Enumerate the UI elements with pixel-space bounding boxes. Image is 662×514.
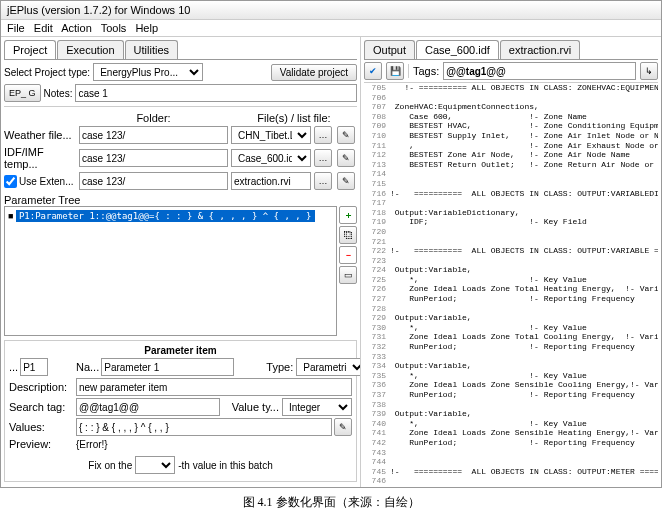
ext-browse-button[interactable]: … bbox=[314, 172, 332, 190]
ext-file-input[interactable] bbox=[231, 172, 311, 190]
code-line: 742 RunPeriod; !- Reporting Frequency bbox=[364, 438, 658, 448]
param-section-title: Parameter item bbox=[9, 345, 352, 356]
code-line: 715 bbox=[364, 179, 658, 189]
tags-input[interactable] bbox=[443, 62, 636, 80]
code-line: 740 *, !- Key Value bbox=[364, 419, 658, 429]
tab-output[interactable]: Output bbox=[364, 40, 415, 59]
code-line: 714 bbox=[364, 169, 658, 179]
param-values-label: Values: bbox=[9, 421, 73, 433]
ext-folder-input[interactable] bbox=[79, 172, 228, 190]
validate-project-button[interactable]: Validate project bbox=[271, 64, 357, 81]
param-id-label: ... bbox=[9, 361, 18, 373]
code-line: 735 *, !- Key Value bbox=[364, 371, 658, 381]
code-line: 705 !- ========== ALL OBJECTS IN CLASS: … bbox=[364, 83, 658, 93]
code-line: 723 bbox=[364, 256, 658, 266]
code-line: 721 bbox=[364, 237, 658, 247]
ext-edit-button[interactable]: ✎ bbox=[337, 172, 355, 190]
parameter-tree[interactable]: ■ P1:Parameter 1::@@tag1@@={ : : } & { ,… bbox=[4, 206, 337, 336]
code-line: 745!- ========== ALL OBJECTS IN CLASS: O… bbox=[364, 467, 658, 477]
idf-edit-button[interactable]: ✎ bbox=[337, 149, 355, 167]
ep-version-button[interactable]: EP_ G bbox=[4, 84, 41, 102]
code-line: 724 Output:Variable, bbox=[364, 265, 658, 275]
code-line: 728 bbox=[364, 304, 658, 314]
param-type-select[interactable]: Parametrics bbox=[296, 358, 361, 376]
param-desc-input[interactable] bbox=[76, 378, 352, 396]
code-line: 741 Zone Ideal Loads Zone Sensible Heati… bbox=[364, 428, 658, 438]
tab-utilities[interactable]: Utilities bbox=[125, 40, 178, 59]
menu-help[interactable]: Help bbox=[135, 22, 158, 34]
folder-header: Folder: bbox=[79, 112, 228, 124]
param-preview-value: {Error!} bbox=[76, 439, 352, 450]
param-desc-label: Description: bbox=[9, 381, 73, 393]
code-line: 743 bbox=[364, 448, 658, 458]
tree-add-button[interactable]: ＋ bbox=[339, 206, 357, 224]
tree-delete-button[interactable]: － bbox=[339, 246, 357, 264]
code-line: 709 BESTEST HVAC, !- Zone Conditioning E… bbox=[364, 121, 658, 131]
values-edit-button[interactable]: ✎ bbox=[334, 418, 352, 436]
menu-file[interactable]: File bbox=[7, 22, 25, 34]
code-line: 739 Output:Variable, bbox=[364, 409, 658, 419]
weather-file-select[interactable]: CHN_Tibet.Lha... bbox=[231, 126, 311, 144]
param-name-label: Na... bbox=[76, 361, 99, 373]
fix-select[interactable] bbox=[135, 456, 175, 474]
idf-file-select[interactable]: Case_600.idf bbox=[231, 149, 311, 167]
param-values-input[interactable] bbox=[76, 418, 332, 436]
editor-save-button[interactable]: 💾 bbox=[386, 62, 404, 80]
code-line: 720 bbox=[364, 227, 658, 237]
tags-label: Tags: bbox=[413, 65, 439, 77]
code-line: 711 , !- Zone Air Exhaust Node or NodeLi… bbox=[364, 141, 658, 151]
menu-tools[interactable]: Tools bbox=[101, 22, 127, 34]
code-line: 738 bbox=[364, 400, 658, 410]
weather-edit-button[interactable]: ✎ bbox=[337, 126, 355, 144]
menu-action[interactable]: Action bbox=[61, 22, 92, 34]
editor-save-icon[interactable]: ✔ bbox=[364, 62, 382, 80]
code-line: 729 Output:Variable, bbox=[364, 313, 658, 323]
weather-folder-input[interactable] bbox=[79, 126, 228, 144]
tree-edit-button[interactable]: ▭ bbox=[339, 266, 357, 284]
weather-label: Weather file... bbox=[4, 129, 76, 141]
weather-browse-button[interactable]: … bbox=[314, 126, 332, 144]
code-line: 746 bbox=[364, 476, 658, 484]
code-line: 733 bbox=[364, 352, 658, 362]
project-type-select[interactable]: EnergyPlus Pro... bbox=[93, 63, 203, 81]
param-vt-select[interactable]: Integer bbox=[282, 398, 352, 416]
tags-next-button[interactable]: ↳ bbox=[640, 62, 658, 80]
tree-item[interactable]: P1:Parameter 1::@@tag1@@={ : : } & { , ,… bbox=[16, 210, 315, 222]
files-header: File(s) / list file: bbox=[231, 112, 357, 124]
code-line: 732 RunPeriod; !- Reporting Frequency bbox=[364, 342, 658, 352]
fix-label-b: -th value in this batch bbox=[178, 460, 273, 471]
tab-extraction[interactable]: extraction.rvi bbox=[500, 40, 580, 59]
tab-execution[interactable]: Execution bbox=[57, 40, 123, 59]
param-type-label: Type: bbox=[237, 361, 293, 373]
ext-checkbox[interactable] bbox=[4, 175, 17, 188]
code-line: 734 Output:Variable, bbox=[364, 361, 658, 371]
code-line: 737 RunPeriod; !- Reporting Frequency bbox=[364, 390, 658, 400]
param-search-label: Search tag: bbox=[9, 401, 73, 413]
code-line: 710 BESTEST Supply Inlet, !- Zone Air In… bbox=[364, 131, 658, 141]
code-line: 736 Zone Ideal Loads Zone Sensible Cooli… bbox=[364, 380, 658, 390]
fix-label-a: Fix on the bbox=[88, 460, 132, 471]
tab-case600[interactable]: Case_600.idf bbox=[416, 40, 499, 59]
notes-input[interactable] bbox=[75, 84, 357, 102]
code-line: 726 Zone Ideal Loads Zone Total Heating … bbox=[364, 284, 658, 294]
code-line: 727 RunPeriod; !- Reporting Frequency bbox=[364, 294, 658, 304]
code-line: 717 bbox=[364, 198, 658, 208]
ext-label: Use Exten... bbox=[19, 176, 73, 187]
code-line: 731 Zone Ideal Loads Zone Total Cooling … bbox=[364, 332, 658, 342]
param-vt-label: Value ty... bbox=[223, 401, 279, 413]
window-title: jEPlus (version 1.7.2) for Windows 10 bbox=[1, 1, 661, 20]
menubar: File Edit Action Tools Help bbox=[1, 20, 661, 37]
param-preview-label: Preview: bbox=[9, 438, 73, 450]
menu-edit[interactable]: Edit bbox=[34, 22, 53, 34]
param-search-input[interactable] bbox=[76, 398, 220, 416]
idf-browse-button[interactable]: … bbox=[314, 149, 332, 167]
tree-copy-button[interactable]: ⿻ bbox=[339, 226, 357, 244]
param-name-input[interactable] bbox=[101, 358, 234, 376]
code-line: 718 Output:VariableDictionary, bbox=[364, 208, 658, 218]
idf-folder-input[interactable] bbox=[79, 149, 228, 167]
param-id-input[interactable] bbox=[20, 358, 48, 376]
code-line: 716!- ========== ALL OBJECTS IN CLASS: O… bbox=[364, 189, 658, 199]
code-line: 708 Case 600, !- Zone Name bbox=[364, 112, 658, 122]
code-editor[interactable]: 705 !- ========== ALL OBJECTS IN CLASS: … bbox=[364, 83, 658, 484]
tab-project[interactable]: Project bbox=[4, 40, 56, 59]
